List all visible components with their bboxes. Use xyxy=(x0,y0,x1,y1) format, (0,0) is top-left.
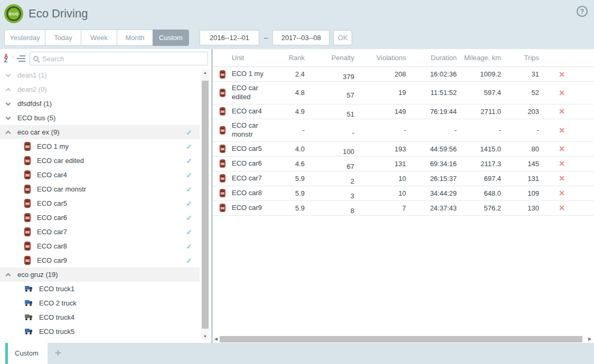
chevron-up-icon[interactable] xyxy=(6,88,11,93)
car-icon xyxy=(213,126,232,135)
tree-unit-eco-car-monstr[interactable]: ECO car monstr ✓ xyxy=(0,182,200,196)
chevron-down-icon[interactable] xyxy=(6,72,11,77)
car-icon xyxy=(213,174,232,183)
tree-unit-eco-1-my[interactable]: ECO 1 my ✓ xyxy=(0,139,200,154)
tree-group-dfsdfdsf[interactable]: dfsdfdsf (1) xyxy=(0,97,200,111)
tree-group-eco-bus[interactable]: ECO bus (5) xyxy=(0,111,200,125)
tree-unit-label: ECO car6 xyxy=(37,214,67,222)
delete-icon[interactable]: ✕ xyxy=(543,89,580,97)
range-button-month[interactable]: Month xyxy=(117,30,153,46)
ok-button[interactable]: OK xyxy=(333,30,352,45)
delete-icon[interactable]: ✕ xyxy=(543,174,580,183)
penalty-cell: 100 xyxy=(309,148,359,156)
check-icon[interactable]: ✓ xyxy=(186,199,192,208)
range-button-custom[interactable]: Custom xyxy=(153,30,189,46)
delete-icon[interactable]: ✕ xyxy=(543,70,580,79)
check-icon[interactable]: ✓ xyxy=(186,171,192,179)
delete-icon[interactable]: ✕ xyxy=(543,159,580,168)
check-icon[interactable]: ✓ xyxy=(186,128,192,137)
chevron-up-icon[interactable] xyxy=(6,273,11,278)
truck-icon xyxy=(24,314,33,321)
date-from-input[interactable] xyxy=(200,30,259,45)
tree-unit-eco-car8[interactable]: ECO car8 ✓ xyxy=(0,239,200,253)
mileage-cell: - xyxy=(461,126,505,134)
range-button-yesterday[interactable]: Yesterday xyxy=(4,30,45,46)
duration-cell: 76:19:44 xyxy=(410,108,461,116)
delete-icon[interactable]: ✕ xyxy=(543,107,580,116)
tree-unit-label: ECO truck5 xyxy=(39,328,74,336)
check-icon[interactable]: ✓ xyxy=(186,228,192,236)
delete-icon[interactable]: ✕ xyxy=(543,189,580,197)
scroll-right-icon[interactable]: ▶ xyxy=(587,336,593,343)
penalty-cell: - xyxy=(309,129,359,137)
scroll-up-icon[interactable]: ▲ xyxy=(201,69,209,76)
tree-unit-eco-car7[interactable]: ECO car7 ✓ xyxy=(0,225,200,239)
sort-az-icon[interactable]: AZ ↓ xyxy=(4,54,15,63)
tree-unit-eco-car-edited[interactable]: ECO car edited ✓ xyxy=(0,154,200,168)
check-icon[interactable]: ✓ xyxy=(186,157,192,165)
table-row: ECO car8 5.9 3 10 34:44:29 648.0 109 ✕ xyxy=(213,186,594,201)
delete-icon[interactable]: ✕ xyxy=(543,145,580,153)
tree-unit-eco-truck1[interactable]: ECO truck1 xyxy=(0,282,200,296)
table-row: ECO car monstr - - - - - - ✕ xyxy=(213,119,594,142)
add-tab-button[interactable]: + xyxy=(51,346,65,361)
eco-driving-table-panel: Unit Rank Penalty Violations Duration Mi… xyxy=(213,49,594,343)
chevron-down-icon[interactable] xyxy=(6,100,11,106)
date-to-input[interactable] xyxy=(272,30,329,45)
tree-unit-eco-truck4[interactable]: ECO truck4 xyxy=(0,310,200,324)
car-icon xyxy=(213,145,232,153)
tree-group-dean2[interactable]: dean2 (0) xyxy=(0,82,200,97)
violations-cell: 131 xyxy=(359,160,410,168)
scrollbar-thumb[interactable] xyxy=(202,81,209,329)
eco-logo-text: ECO xyxy=(8,8,20,20)
delete-icon[interactable]: ✕ xyxy=(543,204,580,212)
check-icon[interactable]: ✓ xyxy=(186,142,192,151)
tree-group-eco-car-ex[interactable]: eco car ex (9) ✓ xyxy=(0,125,200,139)
duration-cell: 24:37:43 xyxy=(410,204,461,212)
mileage-cell: 2117.3 xyxy=(461,160,505,168)
search-input[interactable] xyxy=(42,55,204,63)
range-button-today[interactable]: Today xyxy=(45,30,81,46)
tree-unit-eco-car9[interactable]: ECO car9 ✓ xyxy=(0,253,200,267)
tree-unit-eco-truck5[interactable]: ECO truck5 xyxy=(0,324,200,339)
chevron-down-icon[interactable] xyxy=(6,114,11,120)
unit-cell: ECO car5 xyxy=(232,142,285,156)
help-icon[interactable]: ? xyxy=(577,6,588,17)
tree-unit-label: ECO truck4 xyxy=(39,313,74,321)
scroll-down-icon[interactable]: ▼ xyxy=(201,333,209,340)
check-icon[interactable]: ✓ xyxy=(186,185,192,194)
car-icon xyxy=(24,227,31,236)
check-icon[interactable]: ✓ xyxy=(186,256,192,265)
unit-cell: ECO car9 xyxy=(232,202,285,215)
tree-unit-eco-car4[interactable]: ECO car4 ✓ xyxy=(0,168,200,182)
range-button-week[interactable]: Week xyxy=(81,30,117,46)
rank-cell: 5.9 xyxy=(285,189,309,197)
tree-unit-label: ECO car9 xyxy=(37,256,67,264)
tab-custom[interactable]: Custom xyxy=(0,343,48,364)
violations-cell: 208 xyxy=(359,70,410,78)
scroll-left-icon[interactable]: ◀ xyxy=(213,336,219,343)
delete-icon[interactable]: ✕ xyxy=(543,126,580,135)
car-icon xyxy=(24,242,31,251)
tree-group-dean1[interactable]: dean1 (1) xyxy=(0,68,200,82)
tree-unit-eco-car6[interactable]: ECO car6 ✓ xyxy=(0,210,200,225)
tree-unit-eco-car5[interactable]: ECO car5 ✓ xyxy=(0,196,200,210)
table-row: ECO 1 my 2.4 379 208 16:02:36 1009.2 31 … xyxy=(213,67,594,82)
trips-cell: 109 xyxy=(505,189,543,197)
table-horizontal-scrollbar[interactable]: ◀ ▶ xyxy=(213,336,594,343)
list-view-icon[interactable] xyxy=(17,54,25,63)
col-header-duration: Duration xyxy=(410,54,461,62)
car-icon xyxy=(24,170,31,179)
trips-cell: 131 xyxy=(505,175,543,183)
duration-cell: 34:44:29 xyxy=(410,189,461,197)
sidebar-scrollbar[interactable]: ▲ ▼ xyxy=(201,69,209,340)
chevron-up-icon[interactable] xyxy=(6,130,11,136)
tree-unit-eco-2-truck[interactable]: ECO 2 truck xyxy=(0,296,200,310)
trips-cell: 203 xyxy=(505,108,543,116)
unit-cell: ECO car edited xyxy=(232,82,285,104)
scrollbar-thumb[interactable] xyxy=(220,336,582,342)
mileage-cell: 648.0 xyxy=(461,189,505,197)
check-icon[interactable]: ✓ xyxy=(186,242,192,251)
tree-group-eco-gruz[interactable]: eco gruz (19) xyxy=(0,267,200,282)
check-icon[interactable]: ✓ xyxy=(186,214,192,222)
